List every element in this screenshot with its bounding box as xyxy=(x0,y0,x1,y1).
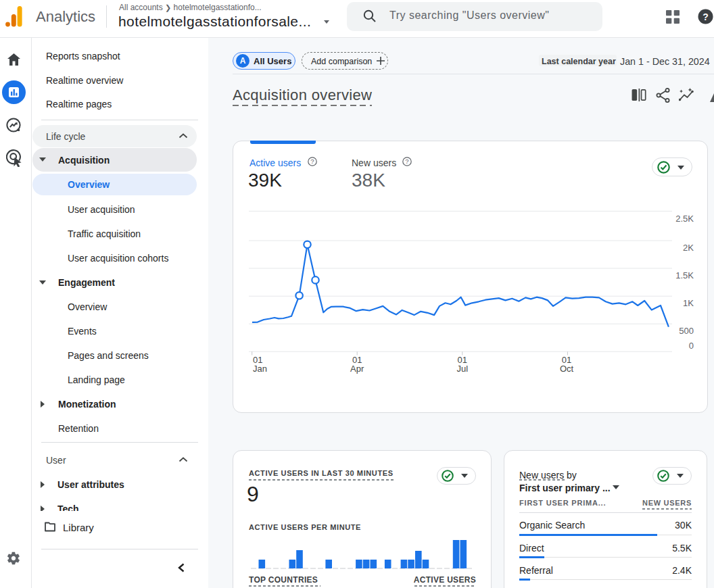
svg-text:1.5K: 1.5K xyxy=(675,270,694,280)
svg-text:1K: 1K xyxy=(683,298,694,308)
svg-text:Apr: Apr xyxy=(350,364,364,374)
svg-text:Jul: Jul xyxy=(456,364,468,374)
svg-text:Jan: Jan xyxy=(253,364,267,374)
svg-text:2K: 2K xyxy=(683,243,694,253)
svg-text:Oct: Oct xyxy=(560,364,574,374)
svg-text:?: ? xyxy=(405,157,408,165)
svg-text:2.5K: 2.5K xyxy=(675,214,694,224)
svg-text:0: 0 xyxy=(689,341,694,351)
svg-text:500: 500 xyxy=(679,326,694,336)
svg-text:?: ? xyxy=(703,11,709,22)
svg-text:?: ? xyxy=(310,157,314,165)
